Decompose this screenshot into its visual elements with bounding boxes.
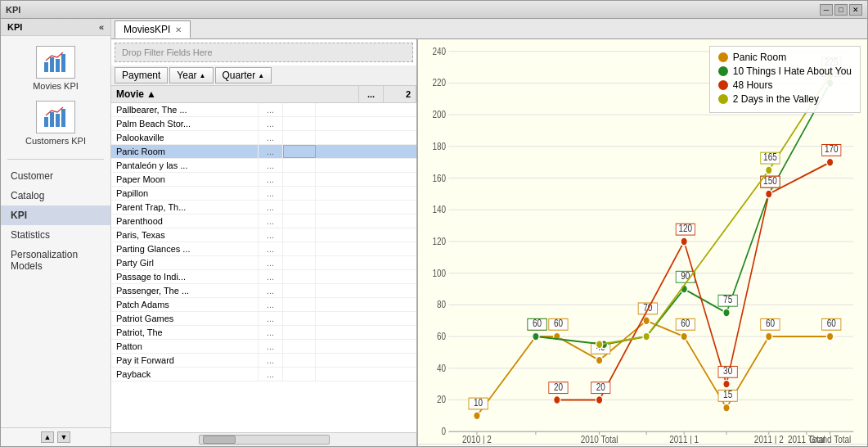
- svg-text:120: 120: [679, 223, 693, 233]
- table-row[interactable]: Patch Adams...: [111, 298, 416, 312]
- table-cell-dots: ...: [259, 312, 283, 325]
- table-row[interactable]: Parting Glances ......: [111, 242, 416, 256]
- svg-text:2010 | 2: 2010 | 2: [462, 434, 492, 444]
- svg-text:100: 100: [432, 268, 446, 278]
- table-row[interactable]: Patriot, The...: [111, 326, 416, 340]
- year-filter-label: Year: [177, 70, 196, 81]
- tab-movies-kpi[interactable]: MoviesKPI ✕: [115, 20, 191, 38]
- table-row[interactable]: Paris, Texas...: [111, 228, 416, 242]
- tab-close-button[interactable]: ✕: [175, 25, 182, 34]
- table-cell-dots: ...: [259, 103, 283, 116]
- sidebar-bottom: ▲ ▼: [1, 427, 110, 446]
- table-cell-movie: Patch Adams: [111, 298, 259, 311]
- scrollbar-thumb[interactable]: [203, 436, 236, 444]
- table-row[interactable]: Pay it Forward...: [111, 354, 416, 368]
- chart-legend: Panic Room10 Things I Hate About You48 H…: [709, 46, 861, 113]
- close-button[interactable]: ✕: [849, 4, 862, 16]
- svg-text:140: 140: [432, 204, 446, 214]
- table-row[interactable]: Palookaville...: [111, 131, 416, 145]
- customers-kpi-icon: [36, 101, 75, 133]
- sidebar-nav: Customer Catalog KPI Statistics Personal…: [1, 166, 110, 276]
- table-cell-dots: ...: [259, 270, 283, 283]
- table-cell-movie: Party Girl: [111, 256, 259, 269]
- movie-sort-icon: ▲: [146, 88, 156, 100]
- table-cell-value: [283, 256, 316, 269]
- table-cell-movie: Paper Moon: [111, 173, 259, 186]
- table-row[interactable]: Parent Trap, Th......: [111, 201, 416, 214]
- sidebar-title: KPI: [7, 22, 22, 32]
- col-header-movie: Movie ▲: [111, 86, 359, 102]
- table-cell-dots: ...: [259, 326, 283, 339]
- sidebar-nav-personalization[interactable]: Personalization Models: [1, 245, 110, 276]
- table-cell-dots: ...: [259, 173, 283, 186]
- movie-col-label: Movie: [116, 88, 144, 100]
- table-cell-dots: ...: [259, 298, 283, 311]
- payment-filter-button[interactable]: Payment: [115, 67, 168, 84]
- table-row[interactable]: Passenger, The ......: [111, 284, 416, 298]
- scroll-up-button[interactable]: ▲: [41, 431, 54, 443]
- table-cell-dots: ...: [259, 159, 283, 172]
- table-cell-value: [283, 228, 316, 242]
- table-row[interactable]: Papillon...: [111, 187, 416, 201]
- left-pane: Drop Filter Fields Here Payment Year ▲ Q…: [111, 39, 418, 446]
- table-row[interactable]: Payback...: [111, 368, 416, 382]
- legend-label: 10 Things I Hate About You: [733, 65, 852, 77]
- table-row[interactable]: Palm Beach Stor......: [111, 117, 416, 131]
- sidebar-nav-catalog[interactable]: Catalog: [1, 186, 110, 205]
- svg-text:180: 180: [432, 141, 446, 151]
- maximize-button[interactable]: □: [834, 4, 848, 16]
- table-cell-movie: Patriot, The: [111, 326, 259, 339]
- sidebar-nav-kpi[interactable]: KPI: [1, 205, 110, 225]
- table-container: Movie ▲ ... 2 Pallbearer, The ......Palm…: [111, 86, 416, 432]
- svg-text:80: 80: [437, 300, 446, 310]
- svg-text:60: 60: [437, 331, 446, 341]
- table-cell-movie: Parenthood: [111, 214, 259, 228]
- table-row[interactable]: Parenthood...: [111, 214, 416, 228]
- table-cell-value: [283, 214, 316, 228]
- svg-text:60: 60: [533, 318, 542, 328]
- table-cell-movie: Parent Trap, Th...: [111, 201, 259, 214]
- svg-rect-5: [50, 112, 54, 127]
- table-cell-movie: Passenger, The ...: [111, 284, 259, 297]
- table-cell-dots: ...: [259, 201, 283, 214]
- horizontal-scrollbar[interactable]: [199, 435, 330, 445]
- movies-kpi-label: Movies KPI: [33, 81, 79, 91]
- table-row[interactable]: Patriot Games...: [111, 312, 416, 326]
- svg-text:2011 | 1: 2011 | 1: [669, 434, 699, 444]
- main-content: KPI « Movies KPI: [1, 19, 867, 446]
- table-row[interactable]: Panic Room...: [111, 145, 416, 159]
- legend-label: Panic Room: [733, 52, 786, 63]
- sidebar-nav-customer[interactable]: Customer: [1, 166, 110, 186]
- table-row[interactable]: Pantaleón y las ......: [111, 159, 416, 173]
- table-row[interactable]: Passage to Indi......: [111, 270, 416, 284]
- sidebar-collapse-icon[interactable]: «: [99, 22, 104, 32]
- legend-item: 2 Days in the Valley: [718, 93, 852, 105]
- svg-point-101: [681, 237, 687, 246]
- sidebar-nav-statistics[interactable]: Statistics: [1, 225, 110, 245]
- minimize-button[interactable]: ─: [820, 4, 833, 16]
- table-row[interactable]: Patton...: [111, 340, 416, 354]
- year-filter-button[interactable]: Year ▲: [169, 67, 213, 84]
- tab-label: MoviesKPI: [124, 24, 170, 35]
- svg-text:160: 160: [432, 173, 446, 183]
- table-cell-movie: Passage to Indi...: [111, 270, 259, 283]
- svg-text:Grand Total: Grand Total: [809, 434, 851, 444]
- table-row[interactable]: Party Girl...: [111, 256, 416, 270]
- table-row[interactable]: Pallbearer, The ......: [111, 103, 416, 117]
- svg-text:20: 20: [437, 395, 446, 405]
- scroll-down-button[interactable]: ▼: [57, 431, 70, 443]
- table-cell-movie: Papillon: [111, 187, 259, 200]
- title-bar: KPI ─ □ ✕: [1, 1, 867, 19]
- customers-kpi-label: Customers KPI: [25, 136, 86, 146]
- table-header: Movie ▲ ... 2: [111, 86, 416, 103]
- quarter-filter-button[interactable]: Quarter ▲: [215, 67, 272, 84]
- table-row[interactable]: Paper Moon...: [111, 173, 416, 187]
- svg-point-78: [533, 332, 539, 341]
- table-cell-value: [283, 270, 316, 283]
- svg-point-72: [766, 332, 772, 341]
- sidebar-item-movies-kpi[interactable]: Movies KPI: [11, 43, 101, 94]
- table-cell-value: [283, 312, 316, 325]
- svg-text:10: 10: [474, 397, 483, 408]
- sidebar-item-customers-kpi[interactable]: Customers KPI: [11, 97, 101, 149]
- svg-point-113: [596, 341, 602, 349]
